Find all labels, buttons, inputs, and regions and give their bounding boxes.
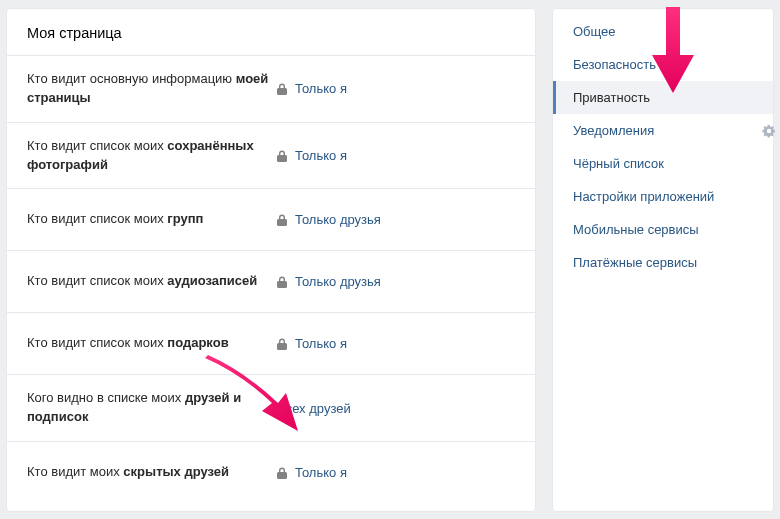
sidebar-item-security[interactable]: Безопасность: [553, 48, 773, 81]
sidebar-item-label: Платёжные сервисы: [573, 255, 697, 270]
sidebar-item-payments[interactable]: Платёжные сервисы: [553, 246, 773, 279]
row-value-dropdown[interactable]: Только я: [277, 148, 347, 163]
row-label: Кто видит основную информацию моей стран…: [27, 70, 277, 108]
row-value-dropdown[interactable]: Только я: [277, 81, 347, 96]
sidebar-item-label: Чёрный список: [573, 156, 664, 171]
lock-icon: [277, 214, 287, 226]
row-value-dropdown[interactable]: Только друзья: [277, 274, 381, 289]
row-label: Кто видит моих скрытых друзей: [27, 463, 277, 482]
sidebar-item-label: Общее: [573, 24, 616, 39]
sidebar-item-label: Безопасность: [573, 57, 656, 72]
sidebar-item-label: Приватность: [573, 90, 650, 105]
row-value-text: Всех друзей: [277, 401, 351, 416]
sidebar-item-blacklist[interactable]: Чёрный список: [553, 147, 773, 180]
row-label: Кто видит список моих подарков: [27, 334, 277, 353]
sidebar-item-app-settings[interactable]: Настройки приложений: [553, 180, 773, 213]
lock-icon: [277, 150, 287, 162]
row-label: Кто видит список моих аудиозаписей: [27, 272, 277, 291]
sidebar-item-label: Настройки приложений: [573, 189, 714, 204]
section-title: Моя страница: [7, 9, 535, 55]
privacy-row: Кто видит список моих подарков Только я: [7, 312, 535, 374]
sidebar-item-general[interactable]: Общее: [553, 15, 773, 48]
sidebar-item-privacy[interactable]: Приватность: [553, 81, 773, 114]
row-value-text: Только друзья: [295, 212, 381, 227]
row-value-text: Только друзья: [295, 274, 381, 289]
sidebar-item-notifications[interactable]: Уведомления: [553, 114, 773, 147]
sidebar-item-mobile[interactable]: Мобильные сервисы: [553, 213, 773, 246]
row-value-dropdown[interactable]: Всех друзей: [277, 401, 351, 416]
lock-icon: [277, 338, 287, 350]
sidebar-item-label: Мобильные сервисы: [573, 222, 699, 237]
row-value-text: Только я: [295, 81, 347, 96]
sidebar-panel: Общее Безопасность Приватность Уведомлен…: [552, 8, 774, 512]
lock-icon: [277, 467, 287, 479]
row-value-text: Только я: [295, 465, 347, 480]
row-label: Кого видно в списке моих друзей и подпис…: [27, 389, 277, 427]
lock-icon: [277, 83, 287, 95]
row-value-dropdown[interactable]: Только друзья: [277, 212, 381, 227]
row-value-dropdown[interactable]: Только я: [277, 465, 347, 480]
gear-icon: [762, 124, 776, 138]
privacy-row: Кто видит список моих аудиозаписей Тольк…: [7, 250, 535, 312]
main-panel: Моя страница Кто видит основную информац…: [6, 8, 536, 512]
row-value-text: Только я: [295, 148, 347, 163]
privacy-row: Кто видит список моих сохранённых фотогр…: [7, 122, 535, 189]
lock-icon: [277, 276, 287, 288]
privacy-row: Кто видит список моих групп Только друзь…: [7, 188, 535, 250]
sidebar-item-label: Уведомления: [573, 123, 654, 138]
privacy-row: Кто видит основную информацию моей стран…: [7, 55, 535, 122]
row-label: Кто видит список моих сохранённых фотогр…: [27, 137, 277, 175]
row-value-dropdown[interactable]: Только я: [277, 336, 347, 351]
privacy-row: Кого видно в списке моих друзей и подпис…: [7, 374, 535, 441]
row-label: Кто видит список моих групп: [27, 210, 277, 229]
row-value-text: Только я: [295, 336, 347, 351]
privacy-row: Кто видит моих скрытых друзей Только я: [7, 441, 535, 503]
